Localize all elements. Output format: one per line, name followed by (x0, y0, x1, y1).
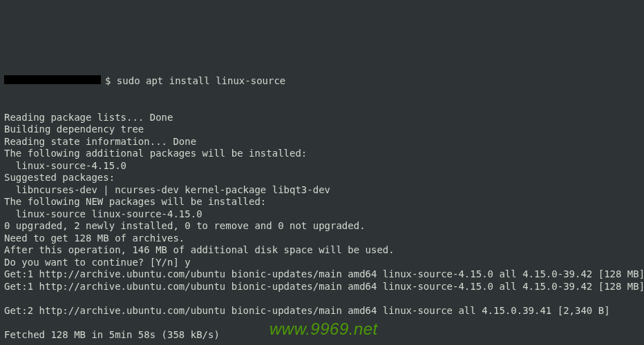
output-line: 0 upgraded, 2 newly installed, 0 to remo… (4, 220, 640, 233)
output-line: The following additional packages will b… (4, 148, 640, 160)
output-line: Need to get 128 MB of archives. (4, 233, 640, 245)
output-line: linux-source-4.15.0 (4, 160, 640, 172)
output-line: Suggested packages: (4, 172, 640, 184)
output-line: Get:2 http://archive.ubuntu.com/ubuntu b… (4, 305, 640, 317)
output-line: After this operation, 146 MB of addition… (4, 244, 640, 257)
terminal-window[interactable]: $ sudo apt install linux-source Reading … (4, 51, 640, 345)
output-line: Building dependency tree (4, 124, 640, 136)
output-line: linux-source linux-source-4.15.0 (4, 208, 640, 221)
output-line (4, 341, 640, 345)
output-line: Do you want to continue? [Y/n] y (4, 257, 640, 269)
terminal-output: Reading package lists... DoneBuilding de… (4, 112, 640, 346)
output-line (4, 293, 640, 305)
redacted-user-host (4, 75, 101, 84)
output-line: Reading state information... Done (4, 136, 640, 148)
output-line: Get:1 http://archive.ubuntu.com/ubuntu b… (4, 281, 640, 293)
output-line (4, 317, 640, 329)
output-line: The following NEW packages will be insta… (4, 196, 640, 208)
output-line: libncurses-dev | ncurses-dev kernel-pack… (4, 184, 640, 197)
prompt-line: $ sudo apt install linux-source (4, 75, 640, 88)
output-line: Reading package lists... Done (4, 112, 640, 124)
output-line: Get:1 http://archive.ubuntu.com/ubuntu b… (4, 268, 640, 281)
command-text: sudo apt install linux-source (117, 75, 285, 88)
output-line: Fetched 128 MB in 5min 58s (358 kB/s) (4, 329, 640, 342)
prompt-symbol: $ (105, 75, 117, 88)
